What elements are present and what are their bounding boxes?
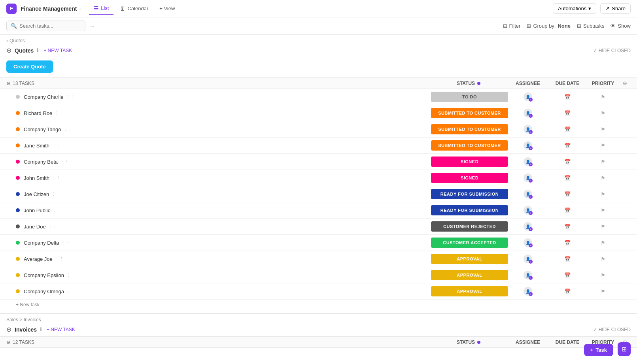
priority-cell[interactable]: ⚑ bbox=[587, 240, 619, 246]
avatar[interactable]: 👤 + bbox=[524, 92, 532, 101]
show-button[interactable]: 👁 Show bbox=[611, 23, 631, 29]
table-row[interactable]: Jane Smith ⋮⋮ SUBMITTED TO CUSTOMER 👤 + … bbox=[0, 138, 637, 154]
quotes-new-task-btn[interactable]: + NEW TASK bbox=[43, 48, 72, 53]
quotes-hide-closed-btn[interactable]: ✓ HIDE CLOSED bbox=[593, 48, 631, 53]
status-badge[interactable]: SIGNED bbox=[431, 157, 508, 167]
invoices-tasks-toggle-icon[interactable]: ⊖ bbox=[6, 339, 10, 345]
due-date-cell[interactable]: 📅 bbox=[548, 159, 587, 165]
drag-handle-icon[interactable]: ⋮⋮ bbox=[63, 127, 72, 132]
drag-handle-icon[interactable]: ⋮⋮ bbox=[51, 192, 60, 197]
drag-handle-icon[interactable]: ⋮⋮ bbox=[48, 224, 57, 229]
priority-cell[interactable]: ⚑ bbox=[587, 159, 619, 165]
due-date-cell[interactable]: 📅 bbox=[548, 256, 587, 262]
tab-add-view[interactable]: + View bbox=[155, 3, 180, 14]
avatar[interactable]: 👤 + bbox=[524, 109, 532, 117]
grid-view-button[interactable]: ⊞ bbox=[618, 342, 631, 348]
add-assignee-icon[interactable]: + bbox=[529, 276, 533, 280]
avatar[interactable]: 👤 + bbox=[524, 222, 532, 231]
search-box[interactable]: 🔍 bbox=[6, 21, 85, 31]
add-assignee-icon[interactable]: + bbox=[529, 260, 533, 264]
due-date-cell[interactable]: 📅 bbox=[548, 224, 587, 230]
due-date-cell[interactable]: 📅 bbox=[548, 143, 587, 149]
priority-cell[interactable]: ⚑ bbox=[587, 289, 619, 294]
avatar[interactable]: 👤 + bbox=[524, 141, 532, 150]
due-date-cell[interactable]: 📅 bbox=[548, 289, 587, 294]
due-date-cell[interactable]: 📅 bbox=[548, 207, 587, 213]
status-badge[interactable]: APPROVAL bbox=[431, 270, 508, 280]
priority-cell[interactable]: ⚑ bbox=[587, 126, 619, 132]
table-row[interactable]: Richard Roe ⋮⋮ SUBMITTED TO CUSTOMER 👤 +… bbox=[0, 105, 637, 121]
status-badge[interactable]: TO DO bbox=[431, 92, 508, 102]
priority-cell[interactable]: ⚑ bbox=[587, 224, 619, 230]
add-assignee-icon[interactable]: + bbox=[529, 98, 533, 102]
due-date-cell[interactable]: 📅 bbox=[548, 240, 587, 246]
invoices-new-task-btn[interactable]: + NEW TASK bbox=[47, 327, 75, 332]
status-badge[interactable]: APPROVAL bbox=[431, 254, 508, 264]
status-badge[interactable]: SIGNED bbox=[431, 173, 508, 183]
breadcrumb-quotes-label[interactable]: Quotes bbox=[9, 38, 25, 43]
table-row[interactable]: Company Epsilon ⋮⋮ APPROVAL 👤 + 📅 ⚑ bbox=[0, 267, 637, 283]
priority-cell[interactable]: ⚑ bbox=[587, 272, 619, 278]
create-quote-button[interactable]: Create Quote bbox=[6, 60, 53, 73]
add-assignee-icon[interactable]: + bbox=[529, 114, 533, 118]
tab-list[interactable]: ☰ List bbox=[89, 3, 113, 15]
avatar[interactable]: 👤 + bbox=[524, 255, 532, 263]
table-row[interactable]: John Smith ⋮⋮ SIGNED 👤 + 📅 ⚑ bbox=[0, 170, 637, 186]
table-row[interactable]: Average Joe ⋮⋮ APPROVAL 👤 + 📅 ⚑ bbox=[0, 251, 637, 267]
priority-cell[interactable]: ⚑ bbox=[587, 175, 619, 181]
tasks-toggle-icon[interactable]: ⊖ bbox=[6, 81, 10, 86]
priority-cell[interactable]: ⚑ bbox=[587, 191, 619, 197]
search-options-icon[interactable]: ··· bbox=[90, 23, 95, 29]
add-assignee-icon[interactable]: + bbox=[529, 292, 533, 296]
avatar[interactable]: 👤 + bbox=[524, 157, 532, 166]
due-date-cell[interactable]: 📅 bbox=[548, 191, 587, 197]
priority-cell[interactable]: ⚑ bbox=[587, 110, 619, 116]
drag-handle-icon[interactable]: ⋮⋮ bbox=[55, 111, 63, 116]
table-row[interactable]: Joe Citizen ⋮⋮ READY FOR SUBMISSION 👤 + … bbox=[0, 186, 637, 202]
invoices-status-sort-indicator[interactable] bbox=[477, 341, 480, 344]
status-badge[interactable]: CUSTOMER REJECTED bbox=[431, 221, 508, 232]
status-badge[interactable]: SUBMITTED TO CUSTOMER bbox=[431, 108, 508, 118]
drag-handle-icon[interactable]: ⋮⋮ bbox=[66, 289, 75, 294]
quotes-toggle-icon[interactable]: ⊖ bbox=[6, 47, 11, 54]
due-date-cell[interactable]: 📅 bbox=[548, 175, 587, 181]
table-row[interactable]: Company Beta ⋮⋮ SIGNED 👤 + 📅 ⚑ bbox=[0, 154, 637, 170]
priority-cell[interactable]: ⚑ bbox=[587, 207, 619, 213]
subtasks-button[interactable]: ⊟ Subtasks bbox=[577, 23, 604, 29]
quotes-info-icon[interactable]: ℹ bbox=[37, 47, 39, 53]
drag-handle-icon[interactable]: ⋮⋮ bbox=[66, 94, 74, 100]
avatar[interactable]: 👤 + bbox=[524, 271, 532, 279]
invoices-hide-closed-btn[interactable]: ✓ HIDE CLOSED bbox=[593, 327, 631, 332]
add-assignee-icon[interactable]: + bbox=[529, 146, 533, 150]
add-task-button[interactable]: + Task bbox=[584, 344, 613, 348]
drag-handle-icon[interactable]: ⋮⋮ bbox=[53, 208, 61, 213]
table-row[interactable]: Company Tango ⋮⋮ SUBMITTED TO CUSTOMER 👤… bbox=[0, 121, 637, 138]
avatar[interactable]: 👤 + bbox=[524, 238, 532, 247]
automations-button[interactable]: Automations ▾ bbox=[553, 3, 596, 14]
due-date-cell[interactable]: 📅 bbox=[548, 110, 587, 116]
drag-handle-icon[interactable]: ⋮⋮ bbox=[55, 256, 64, 262]
avatar[interactable]: 👤 + bbox=[524, 174, 532, 182]
status-badge[interactable]: CUSTOMER ACCEPTED bbox=[431, 238, 508, 248]
add-assignee-icon[interactable]: + bbox=[529, 162, 533, 166]
avatar[interactable]: 👤 + bbox=[524, 125, 532, 134]
drag-handle-icon[interactable]: ⋮⋮ bbox=[52, 143, 60, 148]
add-assignee-icon[interactable]: + bbox=[529, 130, 533, 134]
status-badge[interactable]: SUBMITTED TO CUSTOMER bbox=[431, 124, 508, 134]
status-badge[interactable]: APPROVAL bbox=[431, 286, 508, 296]
due-date-cell[interactable]: 📅 bbox=[548, 126, 587, 132]
avatar[interactable]: 👤 + bbox=[524, 190, 532, 198]
drag-handle-icon[interactable]: ⋮⋮ bbox=[52, 175, 60, 181]
share-button[interactable]: ↗ Share bbox=[600, 3, 631, 14]
add-assignee-icon[interactable]: + bbox=[529, 227, 533, 231]
priority-cell[interactable]: ⚑ bbox=[587, 143, 619, 149]
due-date-cell[interactable]: 📅 bbox=[548, 94, 587, 100]
add-assignee-icon[interactable]: + bbox=[529, 195, 533, 199]
drag-handle-icon[interactable]: ⋮⋮ bbox=[62, 240, 70, 245]
table-row[interactable]: Company Omega ⋮⋮ APPROVAL 👤 + 📅 ⚑ bbox=[0, 283, 637, 300]
col-add-header[interactable]: ⊕ bbox=[619, 80, 631, 86]
avatar[interactable]: 👤 + bbox=[524, 287, 532, 296]
invoices-info-icon[interactable]: ℹ bbox=[40, 326, 42, 332]
invoices-toggle-icon[interactable]: ⊖ bbox=[6, 326, 11, 333]
priority-cell[interactable]: ⚑ bbox=[587, 94, 619, 100]
